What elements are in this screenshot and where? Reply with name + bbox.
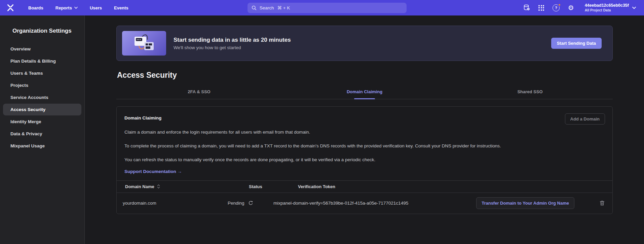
project-name: 44eebad12c65eb0c35f (585, 3, 629, 8)
sidebar-item-identity-merge[interactable]: Identity Merge (3, 116, 81, 128)
domain-claiming-description-1: Claim a domain and enforce the login req… (124, 129, 575, 136)
app-root: Boards Reports Users Events Search ⌘ + K (0, 0, 644, 244)
tab-domain-claiming[interactable]: Domain Claiming (282, 85, 447, 99)
nav-item-label: Users (90, 5, 102, 10)
page-title: Access Security (117, 71, 613, 80)
nav-item-events[interactable]: Events (109, 3, 133, 13)
main-content: Start sending data in as little as 20 mi… (85, 15, 644, 244)
help-icon[interactable]: ? (551, 2, 562, 13)
sidebar-item-users-teams[interactable]: Users & Teams (3, 67, 81, 79)
apps-grid-icon[interactable] (536, 2, 547, 13)
search-input[interactable]: Search ⌘ + K (248, 3, 407, 13)
refresh-status-icon[interactable] (248, 201, 253, 206)
top-navigation: Boards Reports Users Events Search ⌘ + K (0, 0, 644, 15)
banner-subtitle: We'll show you how to get started (174, 45, 291, 50)
tab-2fa-sso[interactable]: 2FA & SSO (116, 85, 282, 99)
chevron-down-icon (632, 7, 636, 9)
sidebar-item-mixpanel-usage[interactable]: Mixpanel Usage (3, 140, 81, 152)
domain-claiming-description-3: You can refresh the status to manually v… (124, 156, 575, 164)
row-actions: Transfer Domain to Your Admin Org Name (476, 197, 612, 209)
project-subtitle: All Project Data (585, 8, 629, 12)
domain-table-row: yourdomain.com Pending mixpanel-domain-v… (117, 193, 612, 214)
access-security-tabs: 2FA & SSO Domain Claiming Shared SSO (116, 85, 613, 99)
settings-sidebar: Organization Settings Overview Plan Deta… (0, 15, 85, 244)
mixpanel-logo-icon[interactable] (5, 2, 16, 13)
nav-item-label: Events (114, 5, 128, 10)
nav-item-boards[interactable]: Boards (24, 3, 48, 13)
card-title: Domain Claiming (124, 113, 161, 120)
domain-claiming-description-2: To complete the process of claiming a do… (124, 142, 575, 150)
sidebar-item-data-privacy[interactable]: Data & Privacy (3, 128, 81, 140)
status-text: Pending (228, 201, 244, 206)
search-placeholder: Search (260, 5, 274, 10)
project-switcher[interactable]: 44eebad12c65eb0c35f All Project Data (583, 2, 638, 14)
sidebar-item-plan-details-billing[interactable]: Plan Details & Billing (3, 55, 81, 67)
search-icon (252, 5, 257, 10)
sidebar-item-projects[interactable]: Projects (3, 79, 81, 91)
nav-item-label: Reports (55, 5, 72, 10)
search-shortcut: ⌘ + K (277, 5, 290, 10)
onboarding-banner: Start sending data in as little as 20 mi… (116, 26, 613, 61)
domains-table-header: Domain Name Status Verification Token (117, 180, 612, 193)
sidebar-item-service-accounts[interactable]: Service Accounts (3, 92, 81, 103)
sidebar-item-access-security[interactable]: Access Security (3, 104, 81, 115)
column-header-status: Status (249, 184, 298, 189)
chevron-down-icon (74, 7, 78, 9)
column-header-domain-name: Domain Name (117, 184, 249, 189)
nav-item-reports[interactable]: Reports (51, 3, 82, 13)
add-domain-button[interactable]: Add a Domain (565, 113, 605, 125)
tab-shared-sso[interactable]: Shared SSO (447, 85, 613, 99)
banner-illustration (122, 31, 166, 56)
data-management-icon[interactable] (521, 2, 532, 13)
status-cell: Pending (228, 201, 273, 206)
notification-dot (558, 3, 561, 6)
sidebar-item-overview[interactable]: Overview (3, 43, 81, 55)
primary-nav: Boards Reports Users Events (24, 3, 133, 13)
sort-icon[interactable] (157, 184, 160, 188)
column-header-verification-token: Verification Token (298, 184, 612, 189)
nav-utilities: ? ⚙ 44eebad12c65eb0c35f All Project Data (521, 2, 638, 14)
settings-gear-icon[interactable]: ⚙ (565, 2, 577, 13)
start-sending-data-button[interactable]: Start Sending Data (551, 38, 602, 49)
nav-item-users[interactable]: Users (85, 3, 107, 13)
domain-name-cell: yourdomain.com (117, 201, 228, 206)
verification-token-cell: mixpanel-domain-verify=567b39be-012f-415… (273, 201, 476, 206)
transfer-domain-button[interactable]: Transfer Domain to Your Admin Org Name (476, 197, 574, 209)
banner-title: Start sending data in as little as 20 mi… (174, 37, 291, 43)
support-documentation-link[interactable]: Support Documentation → (124, 169, 182, 174)
nav-item-label: Boards (28, 5, 43, 10)
delete-domain-trash-icon[interactable] (599, 200, 605, 206)
domain-claiming-card: Domain Claiming Add a Domain Claim a dom… (116, 106, 613, 214)
sidebar-title: Organization Settings (0, 28, 81, 43)
